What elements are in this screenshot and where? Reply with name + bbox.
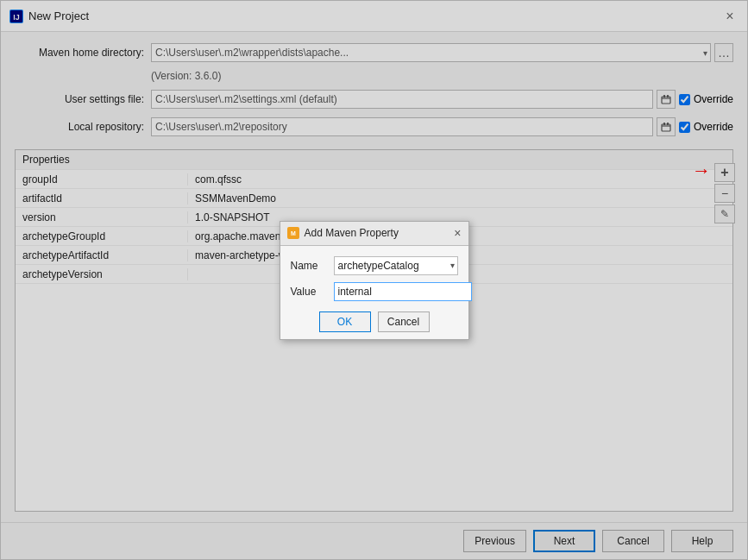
modal-value-input[interactable] [334, 282, 472, 301]
modal-name-input-wrap: ▾ [334, 256, 458, 275]
modal-title-bar: M Add Maven Property × [280, 222, 468, 246]
modal-overlay: M Add Maven Property × Name ▾ [1, 1, 747, 559]
modal-buttons: OK Cancel [291, 311, 458, 332]
modal-cancel-button[interactable]: Cancel [378, 311, 430, 332]
modal-name-label: Name [291, 260, 327, 272]
modal-maven-icon: M [287, 227, 299, 239]
modal-value-label: Value [291, 286, 327, 298]
modal-value-row: Value [291, 282, 458, 301]
modal-ok-button[interactable]: OK [319, 311, 371, 332]
modal-title-left: M Add Maven Property [287, 227, 399, 239]
main-dialog: IJ New Project × Maven home directory: ▾… [0, 0, 748, 560]
modal-title: Add Maven Property [305, 227, 399, 239]
modal-name-input[interactable] [334, 256, 458, 275]
svg-text:M: M [291, 230, 296, 236]
modal-close-button[interactable]: × [454, 227, 461, 239]
modal-name-row: Name ▾ [291, 256, 458, 275]
modal-content: Name ▾ Value OK Cancel [280, 246, 468, 339]
add-maven-property-dialog: M Add Maven Property × Name ▾ [280, 221, 469, 340]
